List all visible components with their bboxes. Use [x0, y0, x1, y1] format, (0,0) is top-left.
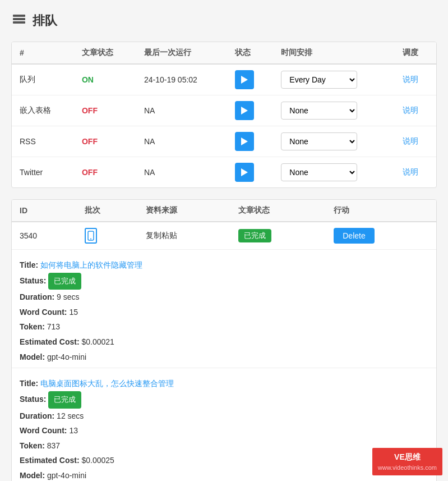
explain-link[interactable]: 说明 — [403, 136, 418, 145]
row-name: 嵌入表格 — [12, 95, 74, 126]
schedule-select[interactable]: Every DayNoneEvery HourEvery Week — [281, 132, 357, 150]
play-button[interactable] — [235, 163, 254, 182]
svg-marker-5 — [241, 138, 248, 145]
detail-cost-line: Estimated Cost: $0.00021 — [20, 335, 428, 350]
row-play-btn[interactable] — [227, 95, 273, 126]
explain-link[interactable]: 说明 — [403, 75, 418, 84]
detail-status-badge: 已完成 — [48, 273, 81, 290]
col-action: 行动 — [326, 200, 436, 222]
col-batch: 批次 — [77, 200, 138, 222]
table-row: 嵌入表格 OFF NA Every DayNoneEvery HourEvery… — [12, 95, 436, 126]
status-label: Status: — [20, 395, 46, 404]
col-hash: # — [12, 42, 74, 64]
row-explain[interactable]: 说明 — [395, 157, 436, 188]
row-explain[interactable]: 说明 — [395, 95, 436, 126]
detail-wordcount-line: Word Count: 13 — [20, 423, 428, 438]
play-button[interactable] — [235, 132, 254, 151]
watermark-url: www.videothinks.com — [378, 463, 437, 473]
play-button[interactable] — [235, 70, 254, 89]
col-id: ID — [12, 200, 77, 222]
schedule-select[interactable]: Every DayNoneEvery HourEvery Week — [281, 163, 357, 181]
detail-status-badge: 已完成 — [48, 391, 81, 409]
row-schedule-select[interactable]: Every DayNoneEvery HourEvery Week — [273, 126, 395, 157]
row-last-run: NA — [136, 157, 227, 188]
table-row: 队列 ON 24-10-19 05:02 Every DayNoneEvery … — [12, 64, 436, 95]
title-label: Title: — [20, 260, 38, 269]
detail-title-link[interactable]: 如何将电脑上的软件隐藏管理 — [40, 260, 142, 269]
history-table: ID 批次 资料来源 文章状态 行动 3540 复制粘贴 已完成 — [12, 200, 436, 249]
row-schedule-select[interactable]: Every DayNoneEvery HourEvery Week — [273, 64, 395, 95]
detail-status-line: Status: 已完成 — [20, 273, 428, 290]
title-label: Title: — [20, 379, 38, 388]
row-schedule-select[interactable]: Every DayNoneEvery HourEvery Week — [273, 95, 395, 126]
row-name: 队列 — [12, 64, 74, 95]
row-id: 3540 — [12, 222, 77, 249]
row-last-run: 24-10-19 05:02 — [136, 64, 227, 95]
col-schedule: 时间安排 — [273, 42, 395, 64]
detail-duration-line: Duration: 12 secs — [20, 409, 428, 424]
row-play-btn[interactable] — [227, 126, 273, 157]
svg-point-8 — [90, 239, 91, 240]
row-play-btn[interactable] — [227, 157, 273, 188]
delete-button[interactable]: Delete — [334, 228, 374, 244]
play-button[interactable] — [235, 101, 254, 120]
row-last-run: NA — [136, 95, 227, 126]
row-status: 已完成 — [230, 222, 326, 249]
row-name: RSS — [12, 126, 74, 157]
page-header: 排队 — [11, 11, 437, 30]
svg-rect-2 — [13, 21, 25, 24]
col-dispatch: 调度 — [395, 42, 436, 64]
row-explain[interactable]: 说明 — [395, 126, 436, 157]
col-status: 状态 — [227, 42, 273, 64]
row-explain[interactable]: 说明 — [395, 64, 436, 95]
explain-link[interactable]: 说明 — [403, 167, 418, 176]
col-source: 资料来源 — [138, 200, 230, 222]
phone-icon — [85, 228, 97, 244]
row-schedule-select[interactable]: Every DayNoneEvery HourEvery Week — [273, 157, 395, 188]
detail-token-line: Token: 837 — [20, 438, 428, 453]
row-batch — [77, 222, 138, 249]
svg-rect-1 — [13, 18, 25, 20]
queue-card: # 文章状态 最后一次运行 状态 时间安排 调度 队列 ON 24-10-19 … — [11, 42, 437, 188]
watermark: VE思维 www.videothinks.com — [372, 448, 442, 476]
table-row: Twitter OFF NA Every DayNoneEvery HourEv… — [12, 157, 436, 188]
col-article-status2: 文章状态 — [230, 200, 326, 222]
detail-cost-line: Estimated Cost: $0.00025 — [20, 453, 428, 468]
table-row: 3540 复制粘贴 已完成 Delete — [12, 222, 436, 249]
row-article-status: ON — [74, 64, 136, 95]
watermark-brand: VE思维 — [378, 451, 437, 463]
status-badge: 已完成 — [238, 229, 271, 242]
svg-rect-0 — [13, 15, 25, 17]
col-last-run: 最后一次运行 — [136, 42, 227, 64]
col-article-status: 文章状态 — [74, 42, 136, 64]
svg-marker-6 — [241, 168, 248, 176]
detail-model-line: Model: gpt-4o-mini — [20, 350, 428, 365]
detail-status-line: Status: 已完成 — [20, 391, 428, 409]
row-article-status: OFF — [74, 126, 136, 157]
explain-link[interactable]: 说明 — [403, 106, 418, 114]
svg-marker-3 — [241, 76, 248, 84]
row-play-btn[interactable] — [227, 64, 273, 95]
svg-marker-4 — [241, 107, 248, 114]
detail-section: Title: 如何将电脑上的软件隐藏管理 Status: 已完成 Duratio… — [12, 249, 436, 368]
detail-title-line: Title: 电脑桌面图标大乱，怎么快速整合管理 — [20, 376, 428, 391]
status-label: Status: — [20, 276, 46, 285]
detail-token-line: Token: 713 — [20, 319, 428, 335]
queue-table: # 文章状态 最后一次运行 状态 时间安排 调度 队列 ON 24-10-19 … — [12, 42, 436, 187]
table-row: RSS OFF NA Every DayNoneEvery HourEvery … — [12, 126, 436, 157]
row-name: Twitter — [12, 157, 74, 188]
detail-title-link[interactable]: 电脑桌面图标大乱，怎么快速整合管理 — [40, 379, 174, 388]
layers-icon — [11, 11, 27, 30]
row-source: 复制粘贴 — [138, 222, 230, 249]
row-article-status: OFF — [74, 157, 136, 188]
page-title: 排队 — [33, 12, 57, 29]
detail-duration-line: Duration: 9 secs — [20, 290, 428, 305]
schedule-select[interactable]: Every DayNoneEvery HourEvery Week — [281, 102, 357, 120]
row-article-status: OFF — [74, 95, 136, 126]
row-last-run: NA — [136, 126, 227, 157]
detail-title-line: Title: 如何将电脑上的软件隐藏管理 — [20, 258, 428, 273]
history-card: ID 批次 资料来源 文章状态 行动 3540 复制粘贴 已完成 — [11, 199, 437, 481]
schedule-select[interactable]: Every DayNoneEvery HourEvery Week — [281, 71, 357, 89]
row-action: Delete — [326, 222, 436, 249]
detail-model-line: Model: gpt-4o-mini — [20, 468, 428, 481]
